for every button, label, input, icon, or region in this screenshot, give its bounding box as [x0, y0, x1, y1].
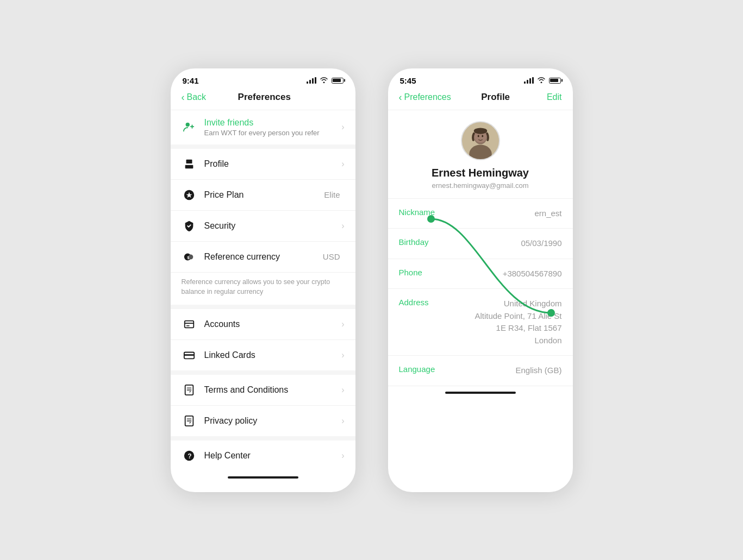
battery-icon	[332, 78, 344, 84]
chevron-left-icon-2: ‹	[399, 92, 402, 103]
user-name: Ernest Hemingway	[432, 167, 529, 179]
terms-chevron: ›	[341, 385, 344, 395]
svg-rect-5	[186, 159, 192, 163]
privacy-label: Privacy policy	[204, 416, 342, 426]
status-bar-1: 9:41	[171, 68, 355, 87]
profile-nav-title: Profile	[481, 92, 510, 103]
linked-cards-item[interactable]: Linked Cards ›	[171, 340, 355, 370]
birthday-field[interactable]: Birthday 05/03/1990	[388, 229, 573, 259]
back-label-2: Preferences	[404, 92, 451, 102]
price-plan-value: Elite	[324, 190, 340, 199]
security-item[interactable]: Security ›	[171, 211, 355, 242]
help-label: Help Center	[204, 451, 342, 461]
currency-note: Reference currency allows you to see you…	[171, 273, 355, 305]
svg-point-29	[482, 135, 483, 137]
privacy-chevron: ›	[341, 416, 344, 426]
reference-currency-item[interactable]: $ Reference currency USD	[171, 242, 355, 273]
status-bar-2: 5:45	[388, 68, 573, 87]
screen-wrapper: 9:41 ‹ Bac	[149, 47, 595, 514]
home-indicator-1	[228, 476, 298, 479]
phone-field[interactable]: Phone +380504567890	[388, 259, 573, 290]
help-icon: ?	[182, 448, 197, 463]
profile-label: Profile	[204, 159, 342, 169]
accounts-item[interactable]: Accounts ›	[171, 309, 355, 340]
price-plan-item[interactable]: Price Plan Elite	[171, 180, 355, 211]
svg-point-2	[185, 123, 189, 127]
nickname-field[interactable]: Nickname ern_est	[388, 199, 573, 229]
help-section: ? Help Center ›	[171, 441, 355, 471]
invite-section: Invite friends Earn WXT for every person…	[171, 110, 355, 149]
terms-item[interactable]: Terms and Conditions ›	[171, 375, 355, 406]
invite-friends-item[interactable]: Invite friends Earn WXT for every person…	[171, 110, 355, 144]
linked-cards-icon	[182, 348, 197, 363]
help-item[interactable]: ? Help Center ›	[171, 441, 355, 471]
accounts-chevron: ›	[341, 319, 344, 329]
security-chevron: ›	[341, 221, 344, 231]
accounts-icon	[182, 317, 197, 332]
invite-icon	[182, 119, 197, 135]
terms-section: Terms and Conditions › Privacy policy ›	[171, 375, 355, 441]
status-icons-1	[307, 77, 344, 84]
nickname-value: ern_est	[534, 207, 561, 220]
terms-icon	[182, 382, 197, 398]
svg-point-28	[477, 135, 479, 137]
linked-cards-chevron: ›	[341, 350, 344, 360]
phone-label: Phone	[399, 268, 422, 277]
status-icons-2	[524, 77, 561, 84]
nav-bar-1: ‹ Back Preferences	[171, 87, 355, 110]
home-indicator-2	[445, 392, 516, 394]
user-email: ernest.hemingway@gmail.com	[432, 181, 529, 190]
svg-point-30	[473, 128, 487, 134]
wifi-icon-2	[537, 77, 546, 84]
security-icon	[182, 218, 197, 234]
preferences-phone: 9:41 ‹ Bac	[171, 68, 355, 492]
svg-rect-11	[184, 321, 193, 328]
profile-chevron: ›	[341, 159, 344, 169]
svg-text:$: $	[187, 255, 189, 260]
main-menu-section: Profile › Price Plan Elite	[171, 149, 355, 310]
back-button-1[interactable]: ‹ Back	[182, 92, 207, 103]
language-value: English (GB)	[515, 364, 561, 377]
chevron-left-icon: ‹	[182, 92, 185, 103]
profile-icon	[182, 156, 197, 172]
price-plan-label: Price Plan	[204, 190, 324, 200]
svg-rect-15	[184, 354, 193, 356]
invite-title: Invite friends	[204, 118, 342, 128]
profile-avatar-section: Ernest Hemingway ernest.hemingway@gmail.…	[388, 110, 573, 199]
invite-text: Invite friends Earn WXT for every person…	[204, 118, 342, 137]
preferences-title: Preferences	[238, 92, 291, 103]
invite-chevron: ›	[341, 122, 344, 132]
back-button-2[interactable]: ‹ Preferences	[399, 92, 451, 103]
privacy-icon	[182, 413, 197, 429]
wifi-icon	[320, 77, 328, 84]
avatar	[461, 121, 500, 160]
svg-text:?: ?	[188, 452, 191, 460]
language-field[interactable]: Language English (GB)	[388, 356, 573, 386]
profile-fields: Nickname ern_est Birthday 05/03/1990 Pho…	[388, 199, 573, 386]
security-label: Security	[204, 221, 342, 231]
nickname-label: Nickname	[399, 207, 435, 217]
invite-subtitle: Earn WXT for every person you refer	[204, 129, 342, 137]
address-value: United KingdomAltitude Point, 71 Alie St…	[474, 298, 561, 347]
birthday-label: Birthday	[399, 237, 429, 247]
linked-cards-label: Linked Cards	[204, 350, 342, 360]
help-chevron: ›	[341, 451, 344, 461]
terms-label: Terms and Conditions	[204, 385, 342, 395]
accounts-label: Accounts	[204, 319, 342, 329]
reference-currency-icon: $	[182, 249, 197, 265]
profile-menu-item[interactable]: Profile ›	[171, 149, 355, 180]
profile-phone: 5:45 ‹ Pre	[388, 68, 573, 492]
signal-icon	[307, 77, 316, 84]
language-label: Language	[399, 364, 435, 374]
svg-rect-6	[185, 165, 193, 168]
nav-bar-2: ‹ Preferences Profile Edit	[388, 87, 573, 110]
address-field[interactable]: Address United KingdomAltitude Point, 71…	[388, 289, 573, 356]
birthday-value: 05/03/1990	[521, 237, 561, 250]
edit-button[interactable]: Edit	[540, 92, 561, 102]
time-1: 9:41	[183, 76, 199, 85]
reference-currency-value: USD	[323, 252, 340, 261]
back-label-1: Back	[187, 92, 207, 102]
privacy-item[interactable]: Privacy policy ›	[171, 406, 355, 436]
reference-currency-label: Reference currency	[204, 252, 323, 262]
signal-icon-2	[524, 77, 534, 84]
